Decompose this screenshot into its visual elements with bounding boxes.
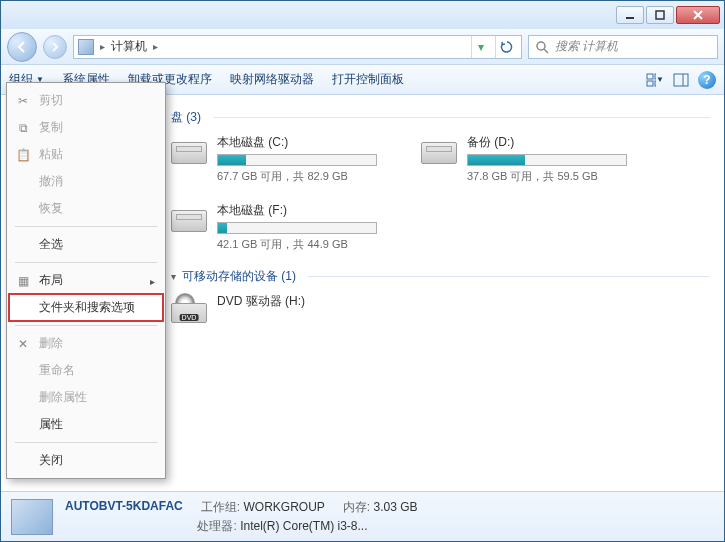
chevron-right-icon: ▸ [150, 275, 155, 286]
drive-name: DVD 驱动器 (H:) [217, 293, 391, 310]
delete-icon: ✕ [15, 336, 31, 352]
view-options-button[interactable]: ▼ [646, 71, 664, 89]
menu-item-undo[interactable]: 撤消 [9, 168, 163, 195]
paste-icon: 📋 [15, 147, 31, 163]
drive-item[interactable]: 本地磁盘 (F:) 42.1 GB 可用，共 44.9 GB [171, 202, 391, 252]
drive-item[interactable]: 本地磁盘 (C:) 67.7 GB 可用，共 82.9 GB [171, 134, 391, 184]
menu-item-rename[interactable]: 重命名 [9, 357, 163, 384]
explorer-window: ▸ 计算机 ▸ ▾ 搜索 计算机 组织 ▼ 系统属性 卸载或更改程序 映射网络驱… [0, 0, 725, 542]
layout-icon: ▦ [15, 273, 31, 289]
chevron-down-icon: ▾ [171, 271, 176, 282]
svg-rect-6 [647, 81, 653, 86]
svg-rect-8 [674, 74, 688, 86]
hard-drive-icon [171, 134, 207, 164]
svg-rect-4 [647, 74, 653, 79]
divider [308, 276, 710, 277]
menu-item-properties[interactable]: 属性 [9, 411, 163, 438]
titlebar [1, 1, 724, 29]
menu-item-redo[interactable]: 恢复 [9, 195, 163, 222]
svg-point-2 [537, 42, 545, 50]
copy-icon: ⧉ [15, 120, 31, 136]
computer-name: AUTOBVT-5KDAFAC [65, 499, 183, 516]
usage-bar [217, 222, 377, 234]
menu-item-remove-properties[interactable]: 删除属性 [9, 384, 163, 411]
drive-name: 备份 (D:) [467, 134, 641, 151]
hard-drive-icon [421, 134, 457, 164]
organize-menu: ✂剪切 ⧉复制 📋粘贴 撤消 恢复 全选 ▦布局▸ 文件夹和搜索选项 ✕删除 重… [6, 82, 166, 479]
cut-icon: ✂ [15, 93, 31, 109]
maximize-button[interactable] [646, 6, 674, 24]
drive-name: 本地磁盘 (C:) [217, 134, 391, 151]
status-bar: AUTOBVT-5KDAFAC 工作组: WORKGROUP 内存: 3.03 … [1, 491, 724, 541]
menu-item-close[interactable]: 关闭 [9, 447, 163, 474]
drive-item[interactable]: 备份 (D:) 37.8 GB 可用，共 59.5 GB [421, 134, 641, 184]
refresh-button[interactable] [495, 36, 517, 58]
menu-item-select-all[interactable]: 全选 [9, 231, 163, 258]
separator [15, 262, 157, 263]
separator [15, 226, 157, 227]
computer-icon [11, 499, 53, 535]
breadcrumb[interactable]: 计算机 [111, 38, 147, 55]
minimize-button[interactable] [616, 6, 644, 24]
drive-name: 本地磁盘 (F:) [217, 202, 391, 219]
search-placeholder: 搜索 计算机 [555, 38, 618, 55]
divider [213, 117, 710, 118]
back-button[interactable] [7, 32, 37, 62]
preview-pane-button[interactable] [672, 71, 690, 89]
forward-button[interactable] [43, 35, 67, 59]
computer-icon [78, 39, 94, 55]
breadcrumb-chevron-icon: ▸ [100, 41, 105, 52]
separator [15, 325, 157, 326]
drive-stat: 42.1 GB 可用，共 44.9 GB [217, 237, 391, 252]
nav-bar: ▸ 计算机 ▸ ▾ 搜索 计算机 [1, 29, 724, 65]
address-bar[interactable]: ▸ 计算机 ▸ ▾ [73, 35, 522, 59]
chevron-down-icon: ▼ [656, 75, 664, 84]
open-control-panel-button[interactable]: 打开控制面板 [332, 71, 404, 88]
usage-bar [467, 154, 627, 166]
address-dropdown-button[interactable]: ▾ [471, 36, 489, 58]
hard-drive-icon [171, 202, 207, 232]
map-network-drive-button[interactable]: 映射网络驱动器 [230, 71, 314, 88]
drive-stat: 67.7 GB 可用，共 82.9 GB [217, 169, 391, 184]
svg-line-3 [544, 49, 548, 53]
close-button[interactable] [676, 6, 720, 24]
menu-item-folder-options[interactable]: 文件夹和搜索选项 [9, 294, 163, 321]
breadcrumb-chevron-icon: ▸ [153, 41, 158, 52]
svg-rect-1 [656, 11, 664, 19]
drive-item[interactable]: DVD DVD 驱动器 (H:) [171, 293, 391, 323]
menu-item-paste[interactable]: 📋粘贴 [9, 141, 163, 168]
usage-bar [217, 154, 377, 166]
separator [15, 442, 157, 443]
search-icon [535, 40, 549, 54]
help-button[interactable]: ? [698, 71, 716, 89]
menu-item-delete[interactable]: ✕删除 [9, 330, 163, 357]
menu-item-layout[interactable]: ▦布局▸ [9, 267, 163, 294]
drive-stat: 37.8 GB 可用，共 59.5 GB [467, 169, 641, 184]
menu-item-copy[interactable]: ⧉复制 [9, 114, 163, 141]
menu-item-cut[interactable]: ✂剪切 [9, 87, 163, 114]
search-input[interactable]: 搜索 计算机 [528, 35, 718, 59]
dvd-drive-icon: DVD [171, 293, 207, 323]
